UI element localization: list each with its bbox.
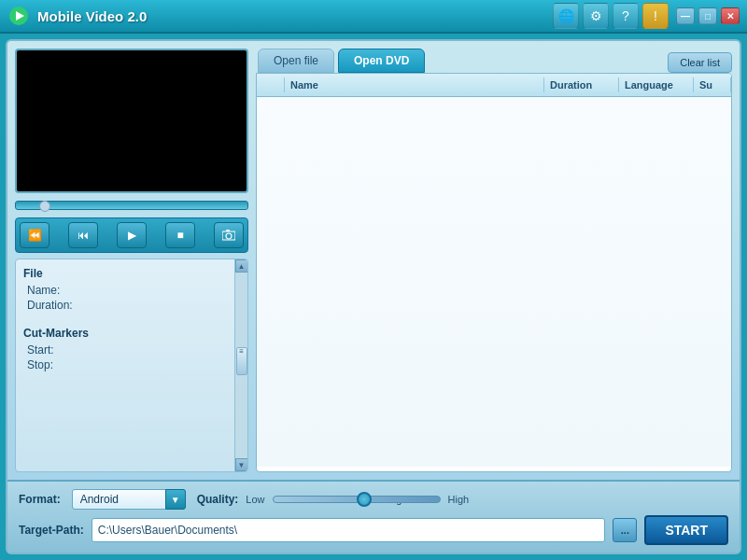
scroll-up-button[interactable]: ▲ xyxy=(235,259,248,273)
info-button[interactable]: ! xyxy=(642,3,669,29)
settings-button[interactable]: ⚙ xyxy=(583,3,609,29)
file-info-content: File Name: Duration: Cut-Markers Start: … xyxy=(16,259,234,471)
scroll-track[interactable]: ≡ xyxy=(235,273,248,458)
file-name-label: Name: xyxy=(23,284,227,297)
stop-button[interactable]: ■ xyxy=(165,222,195,248)
file-duration-label: Duration: xyxy=(23,299,227,312)
browse-button[interactable]: ... xyxy=(613,518,637,542)
svg-point-3 xyxy=(226,233,232,239)
start-button[interactable]: START xyxy=(644,515,728,545)
app-logo-icon xyxy=(7,5,30,27)
file-list-header: Name Duration Language Su xyxy=(257,74,731,97)
header-checkbox xyxy=(257,77,285,92)
help-button[interactable]: ? xyxy=(613,3,639,29)
clear-list-button[interactable]: Clear list xyxy=(668,52,732,73)
header-name: Name xyxy=(285,77,544,92)
scroll-down-button[interactable]: ▼ xyxy=(235,458,248,471)
format-quality-row: Format: Android iPhone iPad BlackBerry W… xyxy=(19,489,728,510)
video-preview xyxy=(15,49,248,193)
play-button[interactable]: ▶ xyxy=(117,222,147,248)
progress-handle[interactable] xyxy=(39,201,50,212)
target-path-label: Target-Path: xyxy=(19,524,84,537)
header-subtitle: Su xyxy=(694,77,731,92)
cut-start-label: Start: xyxy=(23,343,227,357)
header-language: Language xyxy=(619,77,694,92)
tabs-area: Open file Open DVD Clear list xyxy=(256,49,732,73)
quality-label: Quality: xyxy=(197,493,239,506)
quality-low-label: Low xyxy=(246,494,264,505)
file-list-body xyxy=(257,97,731,467)
window-controls: — □ ✕ xyxy=(676,7,740,24)
bottom-controls: Format: Android iPhone iPad BlackBerry W… xyxy=(7,480,740,553)
main-container: ⏪ ⏮ ▶ ■ File Name: Duration: xyxy=(6,39,741,554)
left-panel: ⏪ ⏮ ▶ ■ File Name: Duration: xyxy=(15,49,248,472)
quality-slider-handle[interactable] xyxy=(357,492,372,507)
content-area: ⏪ ⏮ ▶ ■ File Name: Duration: xyxy=(7,41,740,480)
quality-row: Quality: Low High xyxy=(197,493,303,506)
cut-markers-title: Cut-Markers xyxy=(23,327,227,340)
svg-rect-4 xyxy=(226,230,230,231)
rewind-button[interactable]: ⏪ xyxy=(20,222,49,248)
globe-button[interactable]: 🌐 xyxy=(553,3,579,29)
title-bar: Mobile Video 2.0 🌐 ⚙ ? ! — □ ✕ xyxy=(0,0,747,34)
playback-controls: ⏪ ⏮ ▶ ■ xyxy=(15,217,248,253)
snapshot-button[interactable] xyxy=(214,222,244,248)
cut-stop-label: Stop: xyxy=(23,358,227,371)
quality-high-label: High xyxy=(448,494,470,505)
app-title: Mobile Video 2.0 xyxy=(37,8,553,24)
maximize-button[interactable]: □ xyxy=(698,7,717,24)
target-path-input[interactable] xyxy=(92,518,606,542)
file-info-panel: File Name: Duration: Cut-Markers Start: … xyxy=(15,259,248,472)
prev-button[interactable]: ⏮ xyxy=(68,222,98,248)
file-info-scrollbar: ▲ ≡ ▼ xyxy=(234,259,247,471)
format-select[interactable]: Android iPhone iPad BlackBerry Windows M… xyxy=(72,489,186,510)
toolbar-icons: 🌐 ⚙ ? ! xyxy=(553,3,669,29)
close-button[interactable]: ✕ xyxy=(721,7,740,24)
quality-slider[interactable] xyxy=(273,496,441,503)
tab-open-dvd[interactable]: Open DVD xyxy=(338,49,425,73)
scroll-thumb[interactable]: ≡ xyxy=(236,347,247,375)
tab-open-file[interactable]: Open file xyxy=(258,49,334,73)
minimize-button[interactable]: — xyxy=(676,7,695,24)
format-select-wrapper: Android iPhone iPad BlackBerry Windows M… xyxy=(72,489,186,510)
file-list-container: Name Duration Language Su xyxy=(256,73,732,472)
progress-bar[interactable] xyxy=(15,201,248,210)
header-duration: Duration xyxy=(544,77,619,92)
target-path-row: Target-Path: ... START xyxy=(19,515,728,545)
format-label: Format: xyxy=(19,493,61,506)
right-panel: Open file Open DVD Clear list Name Durat… xyxy=(256,49,732,472)
file-section-title: File xyxy=(23,267,227,280)
